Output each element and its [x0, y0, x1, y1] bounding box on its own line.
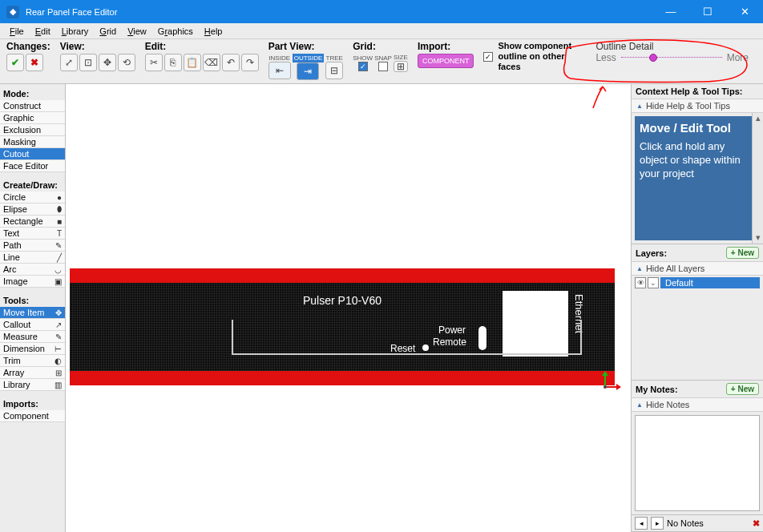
- outline-slider-thumb[interactable]: [649, 54, 657, 62]
- reset-label: Reset: [390, 343, 415, 354]
- maximize-button[interactable]: ☐: [689, 0, 726, 23]
- recenter-button[interactable]: ⟲: [118, 54, 135, 71]
- zoom-in-button[interactable]: ⤢: [60, 54, 78, 71]
- mode-item-exclusion[interactable]: Exclusion: [0, 124, 65, 136]
- grid-snap-checkbox[interactable]: [378, 62, 388, 71]
- menu-view[interactable]: View: [123, 25, 151, 38]
- tool-item-move-item[interactable]: Move Item✥: [0, 307, 65, 319]
- create-header: Create/Draw:: [0, 179, 65, 191]
- create-item-text[interactable]: TextT: [0, 228, 65, 240]
- label-more: More: [727, 52, 749, 63]
- mode-item-masking[interactable]: Masking: [0, 136, 65, 148]
- zoom-fit-button[interactable]: ⊡: [79, 54, 97, 71]
- delete-button[interactable]: ⌫: [203, 54, 220, 71]
- reject-button[interactable]: ✖: [26, 54, 43, 71]
- connector-cutout: [503, 291, 568, 357]
- label-partview: Part View:: [268, 41, 344, 52]
- label-size: SIZE: [394, 54, 408, 61]
- help-collapse-label: Hide Help & Tool Tips: [646, 101, 730, 111]
- import-item-component[interactable]: Component: [0, 410, 65, 422]
- show-component-checkbox[interactable]: ✓: [483, 52, 493, 62]
- create-item-circle[interactable]: Circle●: [0, 191, 65, 204]
- panel-line-vr: [580, 320, 582, 355]
- create-item-elipse[interactable]: Elipse⬮: [0, 204, 65, 216]
- menu-edit[interactable]: Edit: [30, 25, 55, 38]
- mode-item-construct[interactable]: Construct: [0, 100, 65, 112]
- scroll-up-icon[interactable]: ▴: [753, 113, 763, 124]
- help-body: Click and hold any object or shape withi…: [640, 140, 755, 181]
- power-remote-cutout: [478, 326, 486, 350]
- label-inside: INSIDE: [268, 54, 290, 62]
- label-show: SHOW: [353, 54, 373, 62]
- next-note-button[interactable]: ▸: [651, 517, 664, 530]
- grid-size-button[interactable]: ⊞: [394, 61, 408, 72]
- tool-item-library[interactable]: Library▥: [0, 379, 65, 391]
- new-note-button[interactable]: + New: [726, 383, 759, 395]
- accept-button[interactable]: ✔: [6, 54, 24, 71]
- menu-grid[interactable]: Grid: [95, 25, 121, 38]
- product-label: Pulser P10-V60: [303, 294, 382, 307]
- mode-item-graphic[interactable]: Graphic: [0, 112, 65, 124]
- create-item-arc[interactable]: Arc◡: [0, 264, 65, 276]
- tool-item-trim[interactable]: Trim◐: [0, 355, 65, 367]
- copy-button[interactable]: ⎘: [164, 54, 182, 71]
- tree-button[interactable]: ⊟: [325, 62, 343, 79]
- delete-note-button[interactable]: ✖: [753, 518, 760, 529]
- layer-row[interactable]: 👁 ⌄ Default: [632, 276, 763, 290]
- outside-button[interactable]: ⇥: [297, 62, 319, 80]
- import-component-button[interactable]: COMPONENT: [418, 54, 474, 68]
- layer-lock-icon[interactable]: ⌄: [648, 277, 659, 288]
- help-card: Move / Edit Tool Click and hold any obje…: [635, 116, 760, 240]
- menu-file[interactable]: File: [5, 25, 29, 38]
- svg-point-4: [604, 385, 607, 389]
- prev-note-button[interactable]: ◂: [635, 517, 648, 530]
- layer-name[interactable]: Default: [660, 277, 760, 288]
- layer-visible-icon[interactable]: 👁: [635, 277, 646, 288]
- group-outline-detail: Outline Detail Less More: [595, 41, 757, 63]
- create-item-rectangle[interactable]: Rectangle■: [0, 216, 65, 228]
- imports-header: Imports:: [0, 397, 65, 410]
- grid-show-checkbox[interactable]: ✓: [358, 62, 368, 71]
- undo-button[interactable]: ↶: [222, 54, 240, 71]
- mode-item-face-editor[interactable]: Face Editor: [0, 160, 65, 172]
- notes-footer: ◂ ▸ No Notes ✖: [632, 514, 763, 531]
- remote-label: Remote: [433, 337, 466, 348]
- tool-item-measure[interactable]: Measure✎: [0, 331, 65, 343]
- collapse-icon: ▲: [636, 265, 643, 272]
- outline-slider-track[interactable]: [621, 57, 722, 58]
- menu-help[interactable]: Help: [200, 25, 228, 38]
- create-item-line[interactable]: Line╱: [0, 252, 65, 264]
- mode-item-cutout[interactable]: Cutout: [0, 148, 65, 160]
- help-title: Move / Edit Tool: [640, 121, 755, 135]
- cut-button[interactable]: ✂: [145, 54, 163, 71]
- layers-collapse-label: Hide All Layers: [646, 264, 704, 273]
- panel-line-h: [232, 353, 582, 355]
- create-item-image[interactable]: Image▣: [0, 276, 65, 288]
- menu-graphics[interactable]: Graphics: [153, 25, 198, 38]
- minimize-button[interactable]: —: [652, 0, 689, 23]
- pan-button[interactable]: ✥: [99, 54, 116, 71]
- tool-item-dimension[interactable]: Dimension⊢: [0, 343, 65, 355]
- create-item-path[interactable]: Path✎: [0, 240, 65, 252]
- close-button[interactable]: ✕: [726, 0, 763, 23]
- no-notes-label: No Notes: [667, 518, 704, 528]
- tool-item-array[interactable]: Array⊞: [0, 367, 65, 379]
- redo-button[interactable]: ↷: [241, 54, 259, 71]
- notes-collapse[interactable]: ▲Hide Notes: [632, 397, 763, 412]
- tool-item-callout[interactable]: Callout↗: [0, 319, 65, 331]
- panel-artwork[interactable]: Pulser P10-V60 Ethernet Power Remote Res…: [70, 268, 615, 385]
- inside-button[interactable]: ⇤: [268, 62, 291, 79]
- canvas[interactable]: Pulser P10-V60 Ethernet Power Remote Res…: [66, 84, 631, 532]
- right-panel: Context Help & Tool Tips: ▲Hide Help & T…: [631, 84, 763, 532]
- paste-button[interactable]: 📋: [184, 54, 201, 71]
- menu-library[interactable]: Library: [57, 25, 94, 38]
- panel-line-vl: [232, 320, 233, 355]
- layers-collapse[interactable]: ▲Hide All Layers: [632, 261, 763, 276]
- help-scrollbar[interactable]: ▴ ▾: [752, 113, 763, 244]
- window-title: Rear Panel Face Editor: [26, 7, 117, 17]
- notes-collapse-label: Hide Notes: [646, 400, 689, 409]
- scroll-down-icon[interactable]: ▾: [753, 232, 763, 244]
- notes-textarea[interactable]: [635, 415, 760, 511]
- new-layer-button[interactable]: + New: [726, 247, 759, 259]
- help-collapse[interactable]: ▲Hide Help & Tool Tips: [632, 99, 763, 113]
